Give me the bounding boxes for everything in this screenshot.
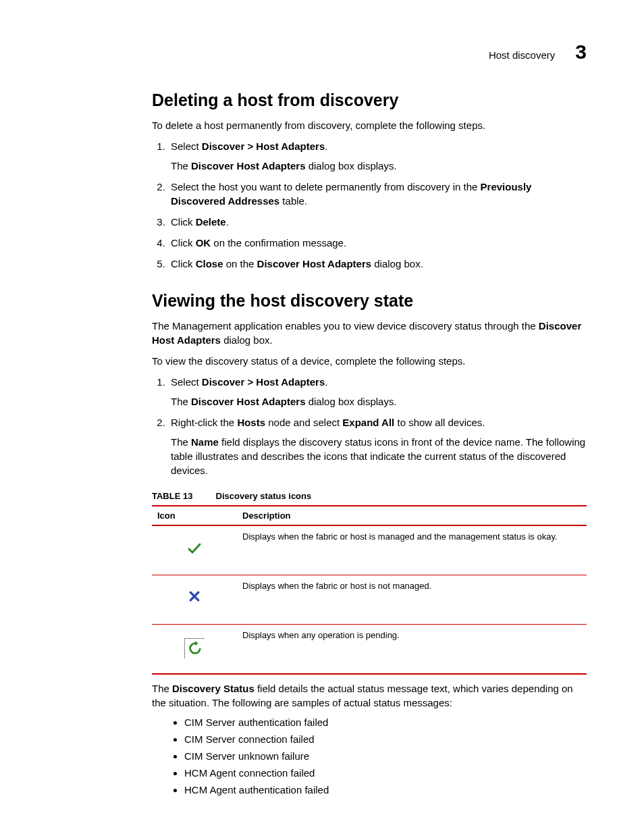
table-row: Displays when any operation is pending. <box>152 625 587 675</box>
step-4: Click OK on the confirmation message. <box>168 236 587 250</box>
step-b2-sub: The Name field displays the discovery st… <box>171 435 587 477</box>
step-b2: Right-click the Hosts node and select Ex… <box>168 415 587 477</box>
col-description: Description <box>237 506 587 525</box>
table-row: Displays when the fabric or host is not … <box>152 575 587 625</box>
steps-deleting: Select Discover > Host Adapters. The Dis… <box>152 139 587 271</box>
t: The <box>171 160 191 172</box>
intro-deleting: To delete a host permanently from discov… <box>152 118 587 132</box>
t: dialog box. <box>221 334 273 346</box>
after-table-para: The Discovery Status field details the a… <box>152 681 587 710</box>
status-icons-table: Icon Description Displays when the fabri… <box>152 505 587 675</box>
x-icon <box>184 590 205 610</box>
dialog-name: Discover Host Adapters <box>257 258 372 269</box>
t: to show all devices. <box>394 417 485 428</box>
refresh-icon <box>184 638 205 658</box>
step-b1-sub: The Discover Host Adapters dialog box di… <box>171 394 587 409</box>
t: on the confirmation message. <box>211 237 346 249</box>
step-1: Select Discover > Host Adapters. The Dis… <box>168 139 587 173</box>
step-3: Click Delete. <box>168 215 587 229</box>
field-name: Discovery Status <box>172 683 254 694</box>
t: The <box>171 396 191 407</box>
heading-deleting-host: Deleting a host from discovery <box>152 90 587 110</box>
page-header: Host discovery 3 <box>152 41 587 63</box>
icon-cell <box>152 575 237 625</box>
step-2: Select the host you want to delete perma… <box>168 180 587 208</box>
t: Select the host you want to delete perma… <box>171 181 481 192</box>
t: Right-click the <box>171 417 237 428</box>
t: on the <box>223 258 257 269</box>
period: . <box>226 216 229 228</box>
header-section-label: Host discovery <box>489 49 555 61</box>
table-header-row: Icon Description <box>152 506 587 525</box>
t: dialog box displays. <box>306 160 397 172</box>
col-icon: Icon <box>152 506 237 525</box>
list-item: CIM Server unknown failure <box>184 750 587 762</box>
t: The Management application enables you t… <box>152 320 539 332</box>
list-item: CIM Server authentication failed <box>184 716 587 728</box>
steps-viewing: Select Discover > Host Adapters. The Dis… <box>152 375 587 477</box>
period: . <box>325 376 327 388</box>
t: dialog box displays. <box>306 396 397 407</box>
table-caption: TABLE 13 Discovery status icons <box>152 490 587 501</box>
period: . <box>325 140 327 152</box>
t: The <box>171 436 191 448</box>
step-1-sub: The Discover Host Adapters dialog box di… <box>171 159 587 173</box>
dialog-name: Discover Host Adapters <box>191 160 306 172</box>
t: The <box>152 683 172 694</box>
command-name: Expand All <box>342 417 394 428</box>
check-icon <box>184 540 205 561</box>
list-item: HCM Agent connection failed <box>184 767 587 779</box>
t: Click <box>171 258 196 269</box>
list-item: HCM Agent authentication failed <box>184 784 587 796</box>
menu-path: Discover > Host Adapters <box>202 376 325 388</box>
desc-cell: Displays when the fabric or host is mana… <box>237 525 587 575</box>
desc-cell: Displays when the fabric or host is not … <box>237 575 587 625</box>
button-name: Delete <box>196 216 226 228</box>
chapter-number: 3 <box>575 41 587 63</box>
field-name: Name <box>191 436 219 448</box>
step-text: Select <box>171 140 202 152</box>
t: node and select <box>265 417 342 428</box>
t: Click <box>171 216 196 228</box>
desc-cell: Displays when any operation is pending. <box>237 625 587 675</box>
lead-viewing: To view the discovery status of a device… <box>152 354 587 368</box>
node-name: Hosts <box>237 417 265 428</box>
page: Host discovery 3 Deleting a host from di… <box>0 0 644 834</box>
t: field displays the discovery status icon… <box>171 436 585 476</box>
t: Click <box>171 237 196 249</box>
icon-cell <box>152 525 237 575</box>
step-b1: Select Discover > Host Adapters. The Dis… <box>168 375 587 409</box>
t: Select <box>171 376 202 388</box>
icon-cell <box>152 625 237 675</box>
table-number: TABLE 13 <box>152 491 192 501</box>
dialog-name: Discover Host Adapters <box>191 396 306 407</box>
table-row: Displays when the fabric or host is mana… <box>152 525 587 575</box>
button-name: Close <box>196 258 223 269</box>
button-name: OK <box>196 237 211 249</box>
list-item: CIM Server connection failed <box>184 733 587 745</box>
menu-path: Discover > Host Adapters <box>202 140 325 152</box>
intro-viewing: The Management application enables you t… <box>152 319 587 347</box>
t: table. <box>279 195 307 207</box>
t: dialog box. <box>371 258 423 269</box>
heading-viewing-state: Viewing the host discovery state <box>152 291 587 311</box>
step-5: Click Close on the Discover Host Adapter… <box>168 257 587 271</box>
status-messages-list: CIM Server authentication failed CIM Ser… <box>152 716 587 796</box>
table-title-text: Discovery status icons <box>216 491 312 501</box>
